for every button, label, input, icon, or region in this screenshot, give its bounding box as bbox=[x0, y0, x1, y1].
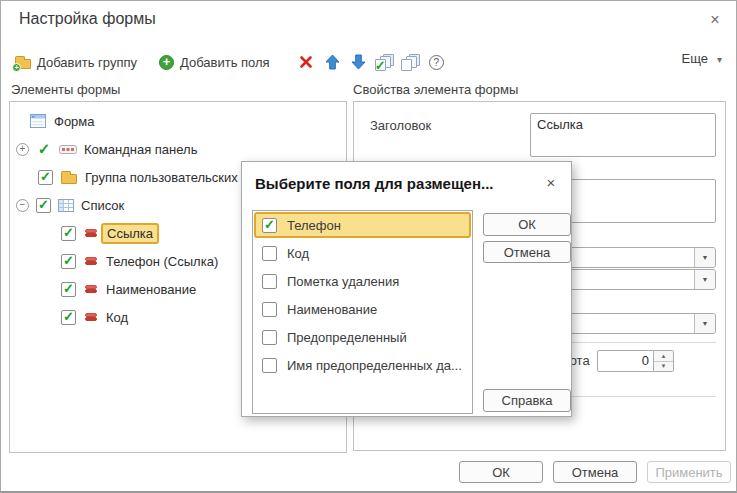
checkbox[interactable] bbox=[61, 226, 76, 241]
field-icon bbox=[85, 313, 97, 321]
folder-icon bbox=[61, 174, 77, 184]
select-fields-modal: Выберите поля для размещен... × Телефон … bbox=[241, 161, 572, 417]
caption-label: Заголовок bbox=[370, 118, 431, 133]
checkbox[interactable] bbox=[262, 330, 277, 345]
checkbox[interactable] bbox=[38, 170, 53, 185]
modal-cancel-button[interactable]: Отмена bbox=[483, 241, 571, 263]
arrow-down-icon bbox=[351, 54, 366, 70]
add-fields-button[interactable]: + Добавить поля bbox=[159, 55, 270, 70]
check-all-pages-icon: ✓ bbox=[375, 54, 394, 71]
checkbox[interactable] bbox=[262, 358, 277, 373]
expand-icon[interactable] bbox=[16, 143, 29, 156]
dropdown-arrow-icon[interactable] bbox=[694, 314, 715, 333]
dropdown-arrow-icon[interactable] bbox=[694, 270, 715, 289]
uncheck-all-button[interactable] bbox=[398, 50, 423, 74]
apply-button: Применить bbox=[647, 461, 731, 483]
caption-input[interactable]: Ссылка bbox=[530, 113, 716, 157]
field-row-code[interactable]: Код bbox=[254, 239, 471, 267]
checkbox[interactable] bbox=[262, 302, 277, 317]
spinner-up-icon[interactable]: ▲ bbox=[654, 351, 673, 362]
field-label[interactable]: Пометка удаления bbox=[287, 274, 399, 289]
close-icon[interactable]: × bbox=[704, 9, 726, 31]
help-button[interactable]: ? bbox=[424, 50, 449, 74]
more-button[interactable]: Еще bbox=[682, 51, 722, 66]
check-icon[interactable] bbox=[36, 140, 52, 158]
add-fields-label: Добавить поля bbox=[180, 55, 270, 70]
tree-item-command-panel[interactable]: Командная панель bbox=[16, 136, 344, 162]
checkbox[interactable] bbox=[262, 274, 277, 289]
height-spinner[interactable]: ▲▼ bbox=[654, 350, 674, 372]
height-input[interactable]: 0 bbox=[597, 350, 654, 372]
field-label[interactable]: Предопределенный bbox=[287, 330, 407, 345]
tree-item-label[interactable]: Код bbox=[106, 310, 128, 325]
ok-button[interactable]: ОК bbox=[459, 461, 543, 483]
tree-item-label[interactable]: Командная панель bbox=[84, 142, 197, 157]
delete-button[interactable] bbox=[294, 50, 319, 74]
move-down-button[interactable] bbox=[346, 50, 371, 74]
modal-ok-button[interactable]: ОК bbox=[483, 213, 571, 236]
field-label[interactable]: Код bbox=[287, 246, 309, 261]
add-group-label: Добавить группу bbox=[37, 55, 137, 70]
tree-item-label[interactable]: Наименование bbox=[106, 282, 196, 297]
tree-item-label[interactable]: Телефон (Ссылка) bbox=[106, 254, 218, 269]
elements-section-label: Элементы формы bbox=[11, 82, 120, 97]
field-row-name[interactable]: Наименование bbox=[254, 295, 471, 323]
dropdown-arrow-icon[interactable] bbox=[694, 248, 715, 267]
check-all-button[interactable]: ✓ bbox=[372, 50, 397, 74]
form-icon bbox=[30, 114, 46, 128]
tree-item-label[interactable]: Группа пользовательских bbox=[85, 170, 238, 185]
toolbar: + Добавить группу + Добавить поля ✓ ? bbox=[15, 48, 450, 76]
chevron-down-icon bbox=[717, 51, 722, 66]
checkbox[interactable] bbox=[262, 218, 277, 233]
tree-item-label-selected[interactable]: Ссылка bbox=[101, 223, 159, 244]
checkbox[interactable] bbox=[262, 246, 277, 261]
modal-close-icon[interactable]: × bbox=[541, 172, 561, 192]
modal-help-button[interactable]: Справка bbox=[483, 389, 571, 412]
tree-item-form[interactable]: Форма bbox=[30, 108, 344, 134]
collapse-icon[interactable] bbox=[16, 199, 29, 212]
cancel-button[interactable]: Отмена bbox=[553, 461, 637, 483]
help-question-icon: ? bbox=[429, 55, 444, 70]
tree-item-label[interactable]: Список bbox=[81, 198, 124, 213]
delete-x-icon bbox=[299, 55, 313, 69]
checkbox[interactable] bbox=[36, 198, 51, 213]
command-bar-icon bbox=[59, 145, 77, 154]
arrow-up-icon bbox=[325, 54, 340, 70]
add-group-button[interactable]: + Добавить группу bbox=[15, 55, 137, 70]
form-settings-dialog: Настройка формы × + Добавить группу + До… bbox=[0, 0, 737, 493]
move-up-button[interactable] bbox=[320, 50, 345, 74]
add-group-folder-icon: + bbox=[15, 59, 31, 69]
field-icon bbox=[85, 229, 97, 237]
field-row-deletion-mark[interactable]: Пометка удаления bbox=[254, 267, 471, 295]
add-fields-plus-icon: + bbox=[159, 55, 174, 70]
fields-list: Телефон Код Пометка удаления Наименовани… bbox=[252, 210, 473, 414]
table-icon bbox=[58, 199, 74, 212]
checkbox[interactable] bbox=[61, 310, 76, 325]
field-row-phone[interactable]: Телефон bbox=[254, 212, 471, 238]
field-row-predefined-data-name[interactable]: Имя предопределенных да... bbox=[254, 351, 471, 379]
checkbox[interactable] bbox=[61, 282, 76, 297]
field-label[interactable]: Телефон bbox=[287, 218, 341, 233]
field-icon bbox=[85, 257, 97, 265]
field-label[interactable]: Наименование bbox=[287, 302, 377, 317]
uncheck-all-pages-icon bbox=[401, 54, 420, 71]
properties-section-label: Свойства элемента формы bbox=[353, 82, 518, 97]
tree-item-label[interactable]: Форма bbox=[54, 114, 95, 129]
more-label: Еще bbox=[682, 51, 708, 66]
field-icon bbox=[85, 285, 97, 293]
field-label[interactable]: Имя предопределенных да... bbox=[287, 358, 462, 373]
modal-title: Выберите поля для размещен... bbox=[255, 175, 494, 192]
field-row-predefined[interactable]: Предопределенный bbox=[254, 323, 471, 351]
checkbox[interactable] bbox=[61, 254, 76, 269]
spinner-down-icon[interactable]: ▼ bbox=[654, 362, 673, 372]
dialog-title: Настройка формы bbox=[19, 10, 156, 28]
plus-badge-icon: + bbox=[12, 63, 21, 72]
